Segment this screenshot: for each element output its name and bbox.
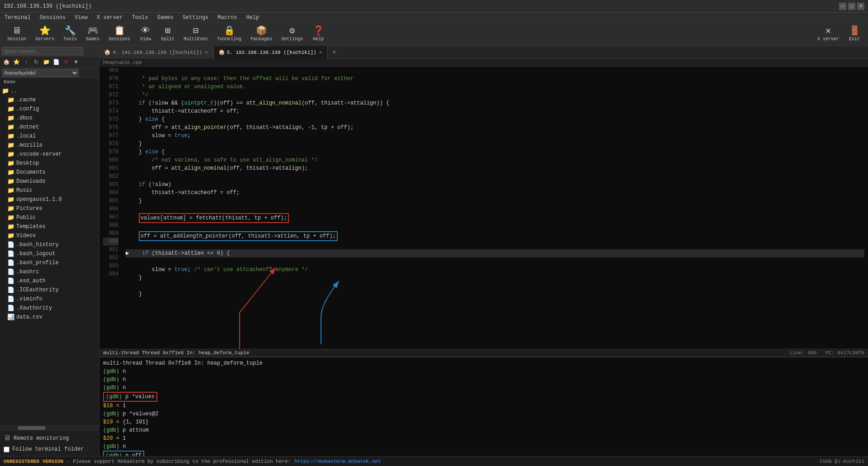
- sidebar-home-btn[interactable]: 🏠: [2, 57, 11, 67]
- sidebar-delete-btn[interactable]: ✕: [61, 57, 71, 67]
- tree-item-viminfo[interactable]: 📄 .viminfo: [0, 295, 99, 304]
- menu-terminal[interactable]: Terminal: [0, 14, 35, 22]
- tree-item-config[interactable]: 📁 .config: [0, 105, 99, 114]
- tree-item-iceauthority[interactable]: 📄 .ICEauthority: [0, 285, 99, 295]
- sidebar-toolbar: 🏠 ⭐ ↑ ↻ 📁 📄 ✕ ▼: [0, 57, 99, 68]
- menu-games[interactable]: Games: [153, 14, 178, 22]
- tree-item-mozilla[interactable]: 📁 .mozilla: [0, 141, 99, 150]
- tree-item-bash-history[interactable]: 📄 .bash_history: [0, 240, 99, 249]
- tree-item-downloads[interactable]: 📁 Downloads: [0, 177, 99, 186]
- sidebar: 🏠 ⭐ ↑ ↻ 📁 📄 ✕ ▼ /home/kuchiki/ Name 📁 ..…: [0, 46, 99, 456]
- sidebar-more-btn[interactable]: ▼: [71, 57, 80, 67]
- gdb-result-19: $19 = {1, 101}: [103, 418, 864, 426]
- toolbar-view[interactable]: 👁 View: [136, 25, 156, 43]
- code-content: * pad bytes in any case: then the offset…: [122, 67, 868, 349]
- tab-5-close[interactable]: ✕: [318, 49, 323, 55]
- toolbar-split[interactable]: ⊞ Split: [157, 25, 178, 43]
- view-icon: 👁: [141, 27, 150, 36]
- tree-item-bash-logout[interactable]: 📄 .bash_logout: [0, 249, 99, 258]
- sidebar-star-btn[interactable]: ⭐: [12, 57, 21, 67]
- folder-icon: 📁: [7, 151, 14, 158]
- title-bar: 192.168.136.139 ([kuchiki]) ─ □ ✕: [0, 0, 868, 13]
- menu-sessions[interactable]: Sessions: [35, 14, 71, 22]
- menu-xserver[interactable]: X server: [92, 14, 127, 22]
- file-icon: 📄: [7, 250, 14, 257]
- hscroll-thumb[interactable]: [18, 426, 45, 430]
- tab-4-close[interactable]: ✕: [204, 49, 209, 55]
- folder-icon: 📁: [7, 133, 14, 140]
- tree-item-local[interactable]: 📁 .local: [0, 132, 99, 141]
- line-978: } else {: [126, 149, 165, 155]
- gdb-pvalues: (gdb) p *values: [103, 392, 864, 402]
- support-link[interactable]: https://mobaxterm.mobatek.net: [294, 459, 381, 464]
- tree-item-dotdot[interactable]: 📁 ..: [0, 86, 99, 95]
- tree-item-templates[interactable]: 📁 Templates: [0, 222, 99, 231]
- follow-terminal-checkbox[interactable]: [4, 447, 9, 452]
- folder-icon: 📁: [7, 214, 14, 221]
- minimize-button[interactable]: ─: [839, 3, 846, 10]
- xserver-icon: ✕: [826, 27, 831, 36]
- tree-item-xauthority[interactable]: 📄 .Xauthority: [0, 304, 99, 313]
- file-icon: 📄: [7, 277, 14, 285]
- tree-item-opengauss[interactable]: 📁 opengauss1.1.0: [0, 195, 99, 204]
- toolbar-settings[interactable]: ⚙ Settings: [278, 25, 307, 43]
- tab-icon-5: 🏠: [218, 49, 225, 56]
- quick-connect-bar: [0, 46, 99, 57]
- toolbar-servers[interactable]: ⭐ Servers: [32, 25, 58, 43]
- settings-icon: ⚙: [289, 27, 295, 36]
- toolbar-exit[interactable]: 🚪 Exit: [844, 25, 864, 43]
- help-icon: ❓: [313, 27, 324, 36]
- add-tab-button[interactable]: +: [328, 46, 340, 59]
- toolbar-help[interactable]: ❓ Help: [308, 25, 328, 43]
- tree-item-cache[interactable]: 📁 .cache: [0, 95, 99, 105]
- tree-item-vscode[interactable]: 📁 .vscode-server: [0, 150, 99, 159]
- tree-item-dotnet[interactable]: 📁 .dotnet: [0, 123, 99, 132]
- code-area[interactable]: 969 970 971 972 973 974 975 976 977 978 …: [99, 67, 868, 349]
- gdb-terminal[interactable]: multi-thread Thread 0x7f1e8 In: heap_def…: [99, 357, 868, 456]
- tab-5[interactable]: 🏠 5. 192.168.136.139 ([kuchiki]) ✕: [214, 46, 328, 59]
- tree-item-pictures[interactable]: 📁 Pictures: [0, 204, 99, 213]
- tree-item-documents[interactable]: 📁 Documents: [0, 168, 99, 177]
- folder-icon: 📁: [7, 232, 14, 239]
- sidebar-up-btn[interactable]: ↑: [22, 57, 31, 67]
- toolbar-session[interactable]: 🖥 Session: [4, 25, 30, 43]
- toolbar-xserver[interactable]: ✕ X server: [814, 25, 843, 43]
- tree-item-videos[interactable]: 📁 Videos: [0, 231, 99, 240]
- remote-monitoring[interactable]: 🖥 Remote monitoring: [2, 432, 97, 444]
- toolbar-packages[interactable]: 📦 Packages: [247, 25, 276, 43]
- menu-help[interactable]: Help: [242, 14, 264, 22]
- line-991: slow = true; /* can't use attcacheoff an…: [126, 266, 308, 273]
- menu-view[interactable]: View: [70, 14, 92, 22]
- maximize-button[interactable]: □: [848, 3, 855, 10]
- file-tree: 📁 .. 📁 .cache 📁 .config 📁 .dbus 📁 .dotne…: [0, 86, 99, 425]
- quick-connect-input[interactable]: [2, 47, 83, 55]
- sidebar-hscroll[interactable]: [0, 425, 99, 430]
- tree-item-dbus[interactable]: 📁 .dbus: [0, 114, 99, 123]
- tree-item-bashrc[interactable]: 📄 .bashrc: [0, 267, 99, 276]
- menu-macros[interactable]: Macros: [213, 14, 241, 22]
- tree-item-music[interactable]: 📁 Music: [0, 186, 99, 195]
- gdb-prompt-2: (gdb) n: [103, 376, 864, 384]
- toolbar-games[interactable]: 🎮 Games: [82, 25, 103, 43]
- menu-tools[interactable]: Tools: [127, 14, 153, 22]
- tree-item-bash-profile[interactable]: 📄 .bash_profile: [0, 258, 99, 267]
- sidebar-refresh-btn[interactable]: ↻: [32, 57, 41, 67]
- menu-settings[interactable]: Settings: [178, 14, 213, 22]
- sidebar-file-btn[interactable]: 📄: [52, 57, 61, 67]
- tree-item-data-csv[interactable]: 📊 data.csv: [0, 313, 99, 322]
- tree-item-public[interactable]: 📁 Public: [0, 213, 99, 222]
- toolbar-sessions[interactable]: 📋 Sessions: [105, 25, 134, 43]
- line-982: if (!slow): [126, 181, 171, 188]
- sidebar-newfolder-btn[interactable]: 📁: [42, 57, 51, 67]
- folder-icon: 📁: [7, 160, 14, 167]
- toolbar-tunneling[interactable]: 🔒 Tunneling: [213, 25, 245, 43]
- toolbar-multiexec[interactable]: ⊟ MultiExec: [180, 25, 212, 43]
- main-area: 🏠 ⭐ ↑ ↻ 📁 📄 ✕ ▼ /home/kuchiki/ Name 📁 ..…: [0, 46, 868, 456]
- tab-4[interactable]: 🏠 4. 192.168.136.139 ([kuchiki]) ✕: [99, 46, 214, 59]
- toolbar-tools[interactable]: 🔧 Tools: [60, 25, 80, 43]
- tree-item-desktop[interactable]: 📁 Desktop: [0, 159, 99, 168]
- tree-item-esd-auth[interactable]: 📄 .esd_auth: [0, 276, 99, 285]
- follow-terminal-label[interactable]: Follow terminal folder: [12, 446, 84, 452]
- close-button[interactable]: ✕: [857, 3, 864, 10]
- path-select[interactable]: /home/kuchiki/: [2, 69, 79, 77]
